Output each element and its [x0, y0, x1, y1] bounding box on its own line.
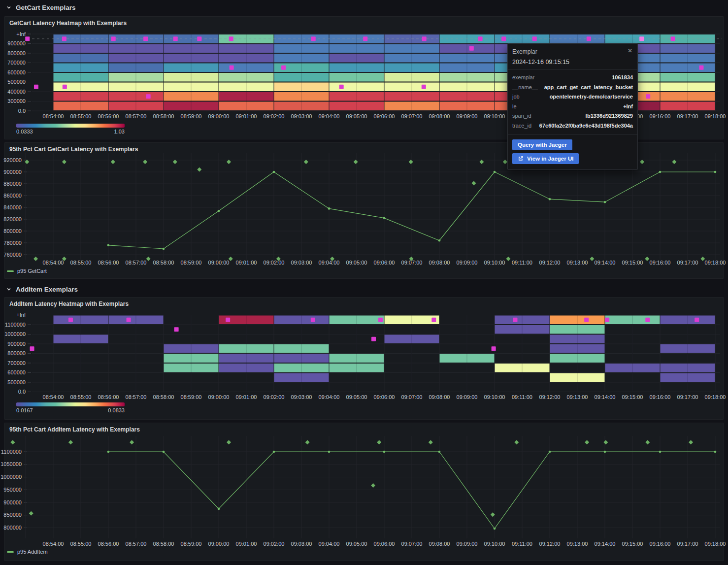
svg-text:09:13:00: 09:13:00 — [567, 260, 588, 266]
exemplar-marker[interactable] — [174, 327, 179, 332]
data-point[interactable] — [549, 198, 551, 200]
view-in-jaeger-ui-button[interactable]: View in Jaeger UI — [512, 153, 579, 164]
exemplar-marker[interactable] — [143, 36, 148, 41]
exemplar-marker[interactable] — [63, 85, 67, 89]
data-point[interactable] — [383, 451, 386, 453]
data-point[interactable] — [273, 451, 275, 453]
exemplar-diamond[interactable] — [305, 440, 310, 444]
data-point[interactable] — [383, 217, 386, 219]
exemplar-marker[interactable] — [422, 85, 426, 89]
exemplar-marker[interactable] — [311, 36, 316, 41]
data-point[interactable] — [438, 239, 441, 242]
legend-label[interactable]: p95 GetCart — [17, 268, 47, 274]
exemplar-marker[interactable] — [173, 36, 178, 41]
exemplar-marker[interactable] — [34, 85, 38, 89]
exemplar-diamond[interactable] — [130, 440, 134, 444]
data-point[interactable] — [107, 244, 110, 247]
exemplar-marker[interactable] — [311, 318, 315, 322]
exemplar-marker[interactable] — [229, 36, 233, 41]
exemplar-marker[interactable] — [281, 66, 286, 70]
exemplar-diamond[interactable] — [585, 440, 589, 444]
exemplar-marker[interactable] — [469, 46, 474, 51]
data-point[interactable] — [328, 207, 331, 210]
svg-text:08:57:00: 08:57:00 — [126, 260, 147, 266]
data-point[interactable] — [659, 171, 662, 173]
legend-label[interactable]: p95 AddItem — [17, 549, 48, 555]
svg-text:09:16:00: 09:16:00 — [650, 260, 671, 266]
exemplar-diamond[interactable] — [429, 440, 433, 444]
exemplar-marker[interactable] — [197, 36, 201, 41]
svg-text:08:55:00: 08:55:00 — [70, 113, 92, 119]
exemplar-diamond[interactable] — [197, 167, 201, 172]
data-point[interactable] — [163, 451, 165, 453]
data-point[interactable] — [494, 528, 496, 530]
data-point[interactable] — [328, 451, 331, 453]
exemplar-diamond[interactable] — [33, 257, 38, 261]
exemplar-marker[interactable] — [492, 346, 496, 351]
exemplar-marker[interactable] — [62, 36, 66, 41]
data-point[interactable] — [549, 451, 551, 453]
data-point[interactable] — [494, 171, 496, 173]
exemplar-marker[interactable] — [230, 66, 234, 70]
data-point[interactable] — [714, 451, 717, 453]
exemplar-marker[interactable] — [532, 36, 537, 41]
exemplar-marker[interactable] — [111, 36, 116, 41]
exemplar-marker[interactable] — [25, 36, 30, 41]
exemplar-marker[interactable] — [605, 318, 609, 322]
exemplar-marker-selected[interactable] — [639, 36, 644, 41]
exemplar-diamond[interactable] — [590, 257, 594, 261]
exemplar-diamond[interactable] — [645, 257, 649, 261]
exemplar-marker[interactable] — [146, 94, 151, 99]
exemplar-diamond[interactable] — [10, 440, 15, 444]
exemplar-marker[interactable] — [339, 85, 344, 89]
data-point[interactable] — [604, 201, 606, 203]
exemplar-diamond[interactable] — [514, 440, 519, 444]
exemplar-marker[interactable] — [513, 318, 518, 322]
legend-p95-additem[interactable]: p95 AddItem — [7, 549, 48, 555]
svg-text:09:08:00: 09:08:00 — [429, 113, 450, 119]
data-point[interactable] — [604, 451, 606, 453]
data-point[interactable] — [163, 248, 165, 250]
exemplar-diamond[interactable] — [377, 440, 381, 444]
data-point[interactable] — [218, 210, 220, 212]
tooltip-row-value: app_cart_get_cart_latency_bucket — [544, 83, 633, 93]
exemplar-marker[interactable] — [584, 318, 589, 322]
data-point[interactable] — [273, 171, 275, 173]
exemplar-marker[interactable] — [645, 318, 650, 322]
exemplar-marker[interactable] — [431, 318, 436, 322]
exemplar-marker[interactable] — [371, 337, 376, 341]
exemplar-marker[interactable] — [695, 318, 699, 322]
exemplar-diamond[interactable] — [603, 440, 608, 444]
exemplar-marker[interactable] — [646, 94, 650, 99]
close-icon[interactable]: ✕ — [627, 47, 633, 54]
exemplar-marker[interactable] — [501, 36, 506, 41]
exemplar-diamond[interactable] — [227, 440, 231, 444]
exemplar-marker[interactable] — [127, 318, 131, 322]
data-point[interactable] — [659, 451, 662, 453]
exemplar-marker[interactable] — [30, 346, 34, 351]
exemplar-marker[interactable] — [378, 318, 383, 322]
exemplar-diamond[interactable] — [371, 483, 375, 488]
query-with-jaeger-button[interactable]: Query with Jaeger — [512, 139, 572, 150]
exemplar-diamond[interactable] — [689, 440, 693, 444]
exemplar-marker[interactable] — [226, 318, 230, 322]
exemplar-marker[interactable] — [422, 36, 427, 41]
exemplar-marker[interactable] — [699, 66, 704, 70]
legend-p95-getcart[interactable]: p95 GetCart — [7, 268, 47, 274]
exemplar-marker[interactable] — [478, 36, 483, 41]
exemplar-marker[interactable] — [671, 36, 675, 41]
exemplar-diamond[interactable] — [68, 440, 73, 444]
exemplar-marker[interactable] — [587, 36, 591, 41]
exemplar-diamond[interactable] — [645, 440, 650, 444]
exemplar-diamond[interactable] — [491, 512, 495, 517]
exemplar-marker[interactable] — [68, 318, 73, 322]
exemplar-diamond[interactable] — [471, 181, 476, 185]
data-point[interactable] — [438, 451, 441, 453]
data-point[interactable] — [107, 451, 110, 453]
data-point[interactable] — [218, 508, 220, 510]
exemplar-marker[interactable] — [363, 36, 367, 41]
exemplar-diamond[interactable] — [146, 257, 151, 261]
exemplar-diamond[interactable] — [506, 257, 510, 261]
data-point[interactable] — [714, 171, 717, 173]
button-label: Query with Jaeger — [518, 142, 567, 148]
